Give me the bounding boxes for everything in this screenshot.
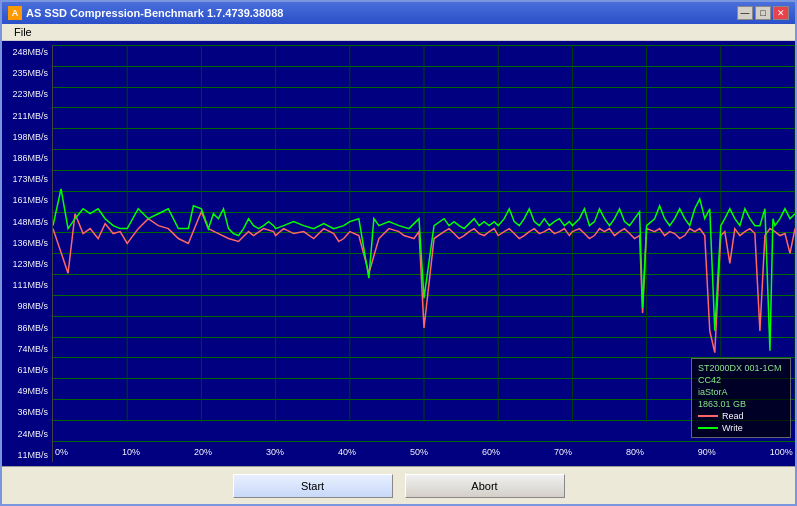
y-axis-label: 74MB/s bbox=[6, 344, 48, 354]
menu-bar: File bbox=[2, 24, 795, 41]
legend-read-row: Read bbox=[698, 411, 784, 421]
y-axis-label: 235MB/s bbox=[6, 68, 48, 78]
app-icon: A bbox=[8, 6, 22, 20]
close-button[interactable]: ✕ bbox=[773, 6, 789, 20]
x-label-100: 100% bbox=[770, 447, 793, 457]
y-axis-label: 111MB/s bbox=[6, 280, 48, 290]
x-label-20: 20% bbox=[194, 447, 212, 457]
chart-inner: ST2000DX 001-1CM CC42 iaStorA 1863.01 GB… bbox=[52, 45, 795, 462]
x-label-50: 50% bbox=[410, 447, 428, 457]
bottom-bar: Start Abort bbox=[2, 466, 795, 504]
write-line-indicator bbox=[698, 427, 718, 429]
title-buttons: — □ ✕ bbox=[737, 6, 789, 20]
y-axis-label: 211MB/s bbox=[6, 111, 48, 121]
y-axis-label: 223MB/s bbox=[6, 89, 48, 99]
file-menu[interactable]: File bbox=[10, 25, 36, 39]
y-axis-label: 198MB/s bbox=[6, 132, 48, 142]
maximize-button[interactable]: □ bbox=[755, 6, 771, 20]
x-label-10: 10% bbox=[122, 447, 140, 457]
legend-driver: iaStorA bbox=[698, 387, 784, 397]
chart-area: 248MB/s235MB/s223MB/s211MB/s198MB/s186MB… bbox=[2, 41, 795, 466]
y-axis-label: 98MB/s bbox=[6, 301, 48, 311]
legend-write-label: Write bbox=[722, 423, 743, 433]
x-label-0: 0% bbox=[55, 447, 68, 457]
y-axis-label: 86MB/s bbox=[6, 323, 48, 333]
y-axis-label: 186MB/s bbox=[6, 153, 48, 163]
chart-svg bbox=[53, 45, 795, 442]
read-line-indicator bbox=[698, 415, 718, 417]
y-axis: 248MB/s235MB/s223MB/s211MB/s198MB/s186MB… bbox=[2, 45, 52, 462]
x-label-40: 40% bbox=[338, 447, 356, 457]
y-axis-label: 11MB/s bbox=[6, 450, 48, 460]
title-bar: A AS SSD Compression-Benchmark 1.7.4739.… bbox=[2, 2, 795, 24]
y-axis-label: 61MB/s bbox=[6, 365, 48, 375]
y-axis-label: 148MB/s bbox=[6, 217, 48, 227]
legend-read-label: Read bbox=[722, 411, 744, 421]
legend-box: ST2000DX 001-1CM CC42 iaStorA 1863.01 GB… bbox=[691, 358, 791, 438]
window-title: AS SSD Compression-Benchmark 1.7.4739.38… bbox=[26, 7, 283, 19]
legend-device: ST2000DX 001-1CM bbox=[698, 363, 784, 373]
x-label-60: 60% bbox=[482, 447, 500, 457]
minimize-button[interactable]: — bbox=[737, 6, 753, 20]
y-axis-label: 136MB/s bbox=[6, 238, 48, 248]
abort-button[interactable]: Abort bbox=[405, 474, 565, 498]
x-label-90: 90% bbox=[698, 447, 716, 457]
legend-model: CC42 bbox=[698, 375, 784, 385]
y-axis-label: 248MB/s bbox=[6, 47, 48, 57]
main-window: A AS SSD Compression-Benchmark 1.7.4739.… bbox=[0, 0, 797, 506]
y-axis-label: 49MB/s bbox=[6, 386, 48, 396]
x-label-80: 80% bbox=[626, 447, 644, 457]
x-label-30: 30% bbox=[266, 447, 284, 457]
y-axis-label: 161MB/s bbox=[6, 195, 48, 205]
x-label-70: 70% bbox=[554, 447, 572, 457]
x-axis: 0% 10% 20% 30% 40% 50% 60% 70% 80% 90% 1… bbox=[53, 442, 795, 462]
y-axis-label: 123MB/s bbox=[6, 259, 48, 269]
y-axis-label: 173MB/s bbox=[6, 174, 48, 184]
start-button[interactable]: Start bbox=[233, 474, 393, 498]
y-axis-label: 36MB/s bbox=[6, 407, 48, 417]
title-bar-text: A AS SSD Compression-Benchmark 1.7.4739.… bbox=[8, 6, 283, 20]
legend-size: 1863.01 GB bbox=[698, 399, 784, 409]
y-axis-label: 24MB/s bbox=[6, 429, 48, 439]
legend-write-row: Write bbox=[698, 423, 784, 433]
